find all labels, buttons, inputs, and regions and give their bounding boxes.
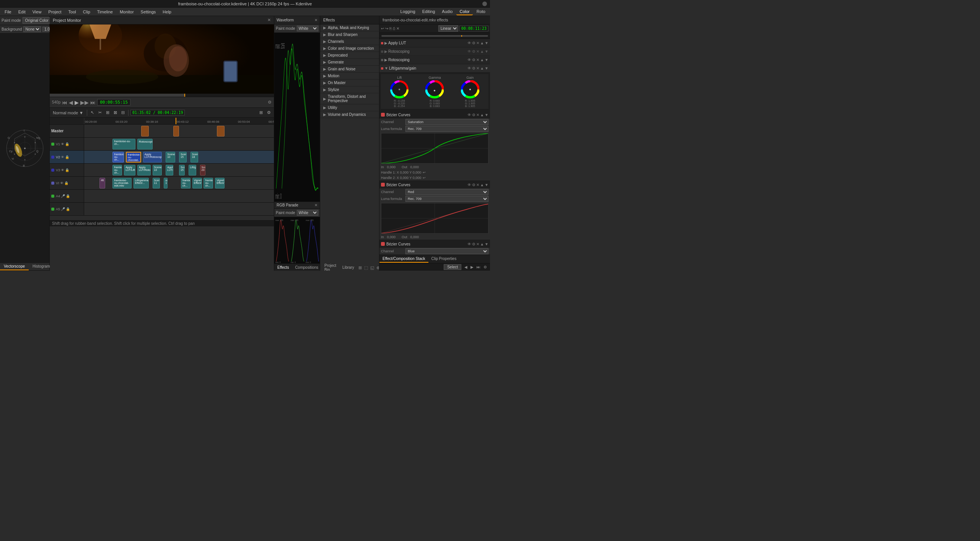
bezier-toggle-2[interactable] [381, 183, 385, 187]
bezier-eye-2[interactable]: 👁 [467, 183, 471, 187]
effect-expand-roto2[interactable]: ▶ [384, 58, 387, 62]
track-clip[interactable] [217, 126, 225, 136]
menu-view[interactable]: View [29, 9, 45, 15]
track-lock-a4[interactable]: 🔒 [66, 194, 70, 198]
tab-audio[interactable]: Audio [439, 8, 456, 15]
track-clip[interactable]: Scene 15 [179, 165, 185, 175]
track-content-master[interactable] [84, 125, 274, 137]
effect-delete-lgg[interactable]: ✕ [476, 66, 479, 70]
track-clip[interactable]: Apply LUT/Rotoscoping/... [143, 152, 162, 162]
bezier-up-1[interactable]: ▲ [480, 113, 484, 117]
track-clip[interactable]: Scene 10 [153, 165, 162, 175]
effect-toggle-lgg[interactable] [381, 67, 383, 70]
background-select[interactable]: None [23, 26, 41, 32]
scope-tab-vectorscope[interactable]: Vectorscope [0, 263, 29, 270]
cat-utility[interactable]: ▶ Utility [320, 104, 379, 111]
bezier-channel-select-2[interactable]: Red [405, 189, 488, 195]
tab-roto[interactable]: Roto [474, 8, 488, 15]
effect-up-roto2[interactable]: ▲ [480, 58, 484, 62]
track-content-vi[interactable]: #6 framboise-ou-chocolat-edit.mkv Lift/g… [84, 177, 274, 189]
menu-file[interactable]: File [2, 9, 15, 15]
effects-redo-btn[interactable]: ↪ [385, 26, 388, 31]
keyframe-slider[interactable] [381, 35, 488, 37]
track-content-v3[interactable]: framboise-ou-ch... Apply LUT/Lift/ga... … [84, 164, 274, 176]
nav-next[interactable]: ▶ [470, 265, 474, 269]
track-mute-a5[interactable]: 🎤 [61, 207, 65, 211]
keyframe-bar[interactable] [379, 33, 490, 39]
monitor-close-btn[interactable]: ✕ [267, 18, 271, 23]
bezier-channel-select-1[interactable]: Saturation [405, 119, 488, 125]
track-clip[interactable]: Lift/gamma/gain/Vignette Effect/... [133, 178, 149, 188]
transport-skip-start[interactable]: ⏮ [62, 99, 67, 106]
menu-project[interactable]: Project [45, 9, 64, 15]
menu-tool[interactable]: Tool [65, 9, 79, 15]
track-content-v2[interactable]: framboise-ou-ch... framboise-ou-chocolat… [84, 151, 274, 163]
track-clip[interactable]: Rotoscoping/App... [137, 139, 153, 149]
cat-color[interactable]: ▶ Color and Image correction [320, 45, 379, 52]
track-clip[interactable]: Scene 11 [153, 178, 160, 188]
cat-alpha[interactable]: ▶ Alpha, Mask and Keying [320, 24, 379, 31]
track-clip[interactable]: framboise-ou-chocolat-edit.mkv [126, 152, 141, 162]
track-clip[interactable]: framboise-ou-ch... [112, 152, 124, 162]
nav-skip-end[interactable]: ⏭ [477, 265, 480, 269]
effect-up-roto1[interactable]: ▲ [480, 49, 484, 54]
effect-delete-roto2[interactable]: ✕ [476, 58, 479, 62]
menu-monitor[interactable]: Monitor [117, 9, 137, 15]
cat-motion[interactable]: ▶ Motion [320, 73, 379, 80]
track-clip[interactable]: framboise-ou-ch... [112, 139, 135, 149]
menu-timeline[interactable]: Timeline [94, 9, 116, 15]
effect-down-roto2[interactable]: ▼ [485, 58, 488, 62]
cat-generate[interactable]: ▶ Generate [320, 59, 379, 66]
tl-select-tool[interactable]: ↖ [89, 109, 96, 116]
track-lock-vi[interactable]: 🔒 [64, 181, 68, 185]
tab-compositions[interactable]: Compositions [292, 264, 321, 271]
monitor-resolution[interactable]: 540p [52, 100, 60, 104]
interpolation-select[interactable]: Linear [438, 25, 458, 32]
bezier-up-2[interactable]: ▲ [480, 183, 484, 187]
track-lock-v2[interactable]: 🔒 [65, 155, 69, 159]
tab-color[interactable]: Color [456, 8, 472, 15]
tl-time-display[interactable]: 01:35:02 / 00:04:22:19 [130, 110, 185, 115]
effect-delete-roto1[interactable]: ✕ [476, 49, 479, 54]
bezier-toggle-3[interactable] [381, 242, 385, 246]
transport-step-fwd[interactable]: ▶▶ [80, 99, 89, 106]
track-content-v1[interactable]: framboise-ou-ch... Rotoscoping/App... [84, 138, 274, 150]
effect-settings-roto1[interactable]: ⚙ [472, 49, 475, 54]
effect-up-lgg[interactable]: ▲ [480, 66, 484, 70]
select-button[interactable]: Select [444, 264, 461, 270]
tl-razor-tool[interactable]: ✂ [97, 109, 103, 116]
monitor-timecode[interactable]: 00:00:55:15 [97, 99, 130, 106]
effect-expand-lut[interactable]: ▶ [384, 41, 387, 45]
track-lock-v1[interactable]: 🔒 [65, 142, 69, 146]
track-clip[interactable]: framboise-ou-chocolat-edit.mkv [112, 178, 132, 188]
waveform-paint-select[interactable]: White [297, 26, 318, 31]
wheel-lift-canvas[interactable] [390, 80, 409, 99]
bezier-del-2[interactable]: ✕ [476, 183, 479, 187]
bezier-down-3[interactable]: ▼ [485, 242, 488, 246]
track-eye-vi[interactable]: 👁 [60, 181, 63, 185]
effects-undo-btn[interactable]: ↩ [381, 26, 384, 31]
track-eye-v3[interactable]: 👁 [61, 168, 64, 172]
bezier-channel-select-3[interactable]: Blue [405, 248, 488, 254]
track-eye-v1[interactable]: 👁 [61, 142, 64, 146]
effect-toggle-roto2[interactable] [381, 59, 383, 61]
transport-step-back[interactable]: ◀ [69, 99, 73, 106]
transport-play[interactable]: ▶ [75, 99, 79, 106]
track-clip[interactable]: framboise-ou-ch... [112, 165, 122, 175]
track-clip[interactable]: Apply LUT/Lift/ga... [124, 165, 135, 175]
bezier-toggle-1[interactable] [381, 113, 385, 117]
tl-slip-tool[interactable]: ⊞ [104, 109, 111, 116]
monitor-zoom-btn[interactable]: ⚙ [268, 100, 272, 105]
rgb-close[interactable]: ✕ [314, 203, 317, 207]
effect-settings-roto2[interactable]: ⚙ [472, 58, 475, 62]
wheel-gain-canvas[interactable] [461, 80, 479, 99]
track-lock-v3[interactable]: 🔒 [65, 168, 69, 172]
bezier-settings-1[interactable]: ⚙ [472, 113, 475, 117]
effect-eye-lgg[interactable]: 👁 [467, 66, 471, 70]
track-clip[interactable]: Apply LUT/Rotoscoping/... [137, 165, 151, 175]
cat-grain[interactable]: ▶ Grain and Noise [320, 66, 379, 73]
cat-stylize[interactable]: ▶ Stylize [320, 86, 379, 93]
effect-toggle-roto1[interactable] [381, 50, 383, 53]
cat-deprecated[interactable]: ▶ Deprecated [320, 52, 379, 59]
tl-normal-mode[interactable]: Normal mode ▼ [51, 110, 85, 116]
